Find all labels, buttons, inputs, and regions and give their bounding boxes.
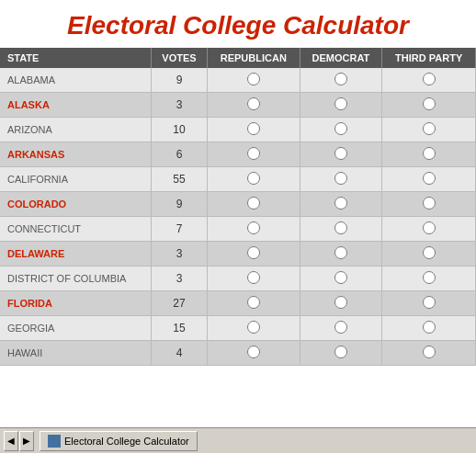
democrat-radio[interactable] — [334, 197, 347, 210]
table-row: CONNECTICUT7 — [0, 217, 476, 242]
third-party-radio[interactable] — [423, 296, 436, 309]
republican-radio[interactable] — [247, 221, 260, 234]
democrat-radio[interactable] — [334, 346, 347, 358]
democrat-cell[interactable] — [300, 267, 382, 291]
taskbar-label: Electoral College Calculator — [64, 436, 189, 447]
democrat-radio[interactable] — [334, 122, 347, 135]
third-party-cell[interactable] — [382, 192, 476, 217]
democrat-cell[interactable] — [300, 93, 382, 118]
third-party-radio[interactable] — [423, 271, 436, 284]
nav-back[interactable]: ◀ — [4, 431, 18, 451]
third-party-radio[interactable] — [423, 221, 436, 234]
democrat-cell[interactable] — [300, 316, 382, 341]
col-state: STATE — [0, 48, 151, 68]
republican-cell[interactable] — [208, 93, 300, 118]
republican-cell[interactable] — [208, 68, 300, 93]
third-party-cell[interactable] — [382, 341, 476, 366]
democrat-radio[interactable] — [334, 97, 347, 110]
republican-cell[interactable] — [208, 267, 300, 291]
republican-cell[interactable] — [208, 142, 300, 167]
third-party-cell[interactable] — [382, 93, 476, 118]
republican-radio[interactable] — [247, 97, 260, 110]
democrat-cell[interactable] — [300, 167, 382, 192]
votes-cell: 3 — [151, 267, 207, 291]
state-cell: ALASKA — [0, 93, 151, 118]
votes-cell: 55 — [151, 167, 207, 192]
state-cell: DISTRICT OF COLUMBIA — [0, 267, 151, 291]
third-party-cell[interactable] — [382, 118, 476, 142]
votes-cell: 10 — [151, 118, 207, 142]
republican-cell[interactable] — [208, 242, 300, 267]
republican-cell[interactable] — [208, 118, 300, 142]
taskbar: ◀ ▶ Electoral College Calculator — [0, 427, 476, 453]
third-party-radio[interactable] — [423, 122, 436, 135]
third-party-cell[interactable] — [382, 316, 476, 341]
third-party-radio[interactable] — [423, 172, 436, 185]
democrat-radio[interactable] — [334, 73, 347, 85]
third-party-radio[interactable] — [423, 147, 436, 160]
col-third-party: THIRD PARTY — [382, 48, 476, 68]
democrat-cell[interactable] — [300, 217, 382, 242]
electoral-table: STATE VOTES REPUBLICAN DEMOCRAT THIRD PA… — [0, 48, 476, 366]
votes-cell: 6 — [151, 142, 207, 167]
republican-cell[interactable] — [208, 192, 300, 217]
table-row: ALABAMA9 — [0, 68, 476, 93]
republican-radio[interactable] — [247, 321, 260, 334]
third-party-cell[interactable] — [382, 217, 476, 242]
democrat-cell[interactable] — [300, 291, 382, 316]
votes-cell: 3 — [151, 242, 207, 267]
table-row: GEORGIA15 — [0, 316, 476, 341]
republican-radio[interactable] — [247, 197, 260, 210]
third-party-radio[interactable] — [423, 197, 436, 210]
votes-cell: 4 — [151, 341, 207, 366]
state-cell: HAWAII — [0, 341, 151, 366]
republican-cell[interactable] — [208, 217, 300, 242]
votes-cell: 7 — [151, 217, 207, 242]
democrat-cell[interactable] — [300, 341, 382, 366]
third-party-cell[interactable] — [382, 167, 476, 192]
democrat-radio[interactable] — [334, 147, 347, 160]
third-party-radio[interactable] — [423, 321, 436, 334]
republican-cell[interactable] — [208, 341, 300, 366]
democrat-cell[interactable] — [300, 68, 382, 93]
republican-cell[interactable] — [208, 316, 300, 341]
table-row: FLORIDA27 — [0, 291, 476, 316]
democrat-cell[interactable] — [300, 192, 382, 217]
table-row: COLORADO9 — [0, 192, 476, 217]
republican-radio[interactable] — [247, 73, 260, 85]
republican-cell[interactable] — [208, 167, 300, 192]
third-party-cell[interactable] — [382, 242, 476, 267]
col-democrat: DEMOCRAT — [300, 48, 382, 68]
state-cell: CONNECTICUT — [0, 217, 151, 242]
third-party-radio[interactable] — [423, 73, 436, 85]
democrat-radio[interactable] — [334, 321, 347, 334]
republican-radio[interactable] — [247, 346, 260, 358]
third-party-cell[interactable] — [382, 68, 476, 93]
nav-forward[interactable]: ▶ — [19, 431, 34, 451]
third-party-radio[interactable] — [423, 97, 436, 110]
democrat-radio[interactable] — [334, 172, 347, 185]
republican-radio[interactable] — [247, 147, 260, 160]
table-row: CALIFORNIA55 — [0, 167, 476, 192]
third-party-cell[interactable] — [382, 291, 476, 316]
republican-cell[interactable] — [208, 291, 300, 316]
table-row: DELAWARE3 — [0, 242, 476, 267]
democrat-radio[interactable] — [334, 246, 347, 259]
third-party-cell[interactable] — [382, 267, 476, 291]
republican-radio[interactable] — [247, 271, 260, 284]
third-party-radio[interactable] — [423, 246, 436, 259]
third-party-cell[interactable] — [382, 142, 476, 167]
democrat-cell[interactable] — [300, 118, 382, 142]
third-party-radio[interactable] — [423, 346, 436, 358]
democrat-cell[interactable] — [300, 242, 382, 267]
republican-radio[interactable] — [247, 122, 260, 135]
republican-radio[interactable] — [247, 246, 260, 259]
democrat-radio[interactable] — [334, 271, 347, 284]
democrat-cell[interactable] — [300, 142, 382, 167]
democrat-radio[interactable] — [334, 221, 347, 234]
republican-radio[interactable] — [247, 296, 260, 309]
col-votes: VOTES — [151, 48, 207, 68]
democrat-radio[interactable] — [334, 296, 347, 309]
taskbar-app-button[interactable]: Electoral College Calculator — [40, 431, 198, 451]
republican-radio[interactable] — [247, 172, 260, 185]
